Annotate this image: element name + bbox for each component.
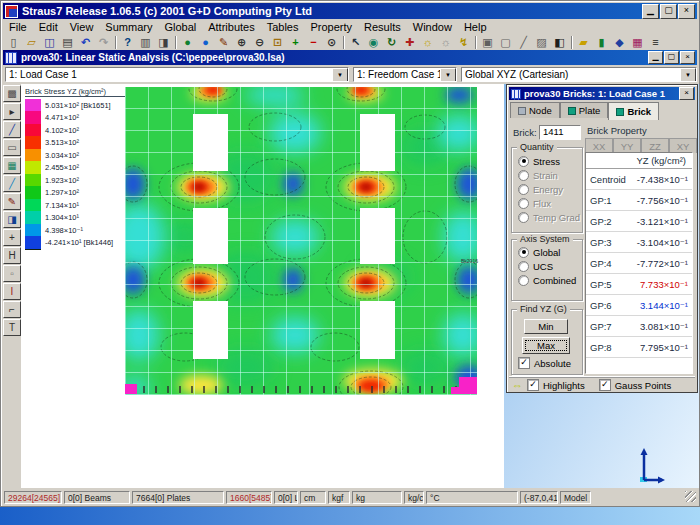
menu-item[interactable]: Results bbox=[358, 21, 407, 33]
absolute-checkbox-row[interactable]: ✓ Absolute bbox=[512, 356, 571, 370]
plate-view-tool[interactable]: ◨ bbox=[3, 211, 21, 228]
panel-close-button[interactable]: × bbox=[679, 87, 694, 100]
line-select-button[interactable]: ╱ bbox=[515, 35, 532, 50]
undo-button[interactable]: ↶ bbox=[77, 35, 94, 50]
magnifier-button[interactable]: ⊙ bbox=[323, 35, 340, 50]
menu-item[interactable]: Edit bbox=[33, 21, 64, 33]
axis-option[interactable]: Global bbox=[512, 245, 582, 259]
load-case-combobox[interactable]: 1: Load Case 1 ▼ bbox=[5, 67, 349, 82]
highlights-checkbox[interactable]: ✓ bbox=[527, 379, 539, 391]
grid-select-tool[interactable]: ▩ bbox=[3, 85, 21, 102]
section-tool[interactable]: T bbox=[3, 319, 21, 336]
chart-button[interactable]: ▦ bbox=[629, 35, 646, 50]
bulb-off-button[interactable]: ☼ bbox=[437, 35, 454, 50]
solve-button[interactable]: ● bbox=[179, 35, 196, 50]
brush-tool[interactable]: ✎ bbox=[3, 193, 21, 210]
zoom-in-button[interactable]: ⊕ bbox=[233, 35, 250, 50]
menu-item[interactable]: Tables bbox=[261, 21, 305, 33]
ibeam-tool[interactable]: I bbox=[3, 283, 21, 300]
polygon-select-button[interactable]: ▢ bbox=[497, 35, 514, 50]
help-button[interactable]: ? bbox=[119, 35, 136, 50]
print-button[interactable]: ▤ bbox=[59, 35, 76, 50]
menu-item[interactable]: Summary bbox=[99, 21, 158, 33]
refresh-button[interactable]: ↻ bbox=[383, 35, 400, 50]
globe-button[interactable]: ◉ bbox=[365, 35, 382, 50]
main-title-bar[interactable]: Straus7 Release 1.06.5 (c) 2001 G+D Comp… bbox=[3, 3, 697, 19]
separator[interactable] bbox=[569, 35, 574, 50]
animate-arrows-icon[interactable]: ⇔ bbox=[512, 380, 523, 391]
entity-tab[interactable]: Plate bbox=[560, 102, 609, 118]
separator[interactable] bbox=[113, 35, 118, 50]
brick-number-input[interactable]: 1411 bbox=[539, 125, 581, 140]
corner-tool[interactable]: ⌐ bbox=[3, 301, 21, 318]
marquee-select-button[interactable]: ▣ bbox=[479, 35, 496, 50]
bulb-on-button[interactable]: ☼ bbox=[419, 35, 436, 50]
separator[interactable] bbox=[473, 35, 478, 50]
zoom-box-button[interactable]: ⊡ bbox=[269, 35, 286, 50]
gauss-points-checkbox[interactable]: ✓ bbox=[599, 379, 611, 391]
close-button[interactable]: × bbox=[678, 4, 695, 19]
open-button[interactable]: ▱ bbox=[23, 35, 40, 50]
zoom-out-button[interactable]: ⊖ bbox=[251, 35, 268, 50]
chevron-down-icon[interactable]: ▼ bbox=[332, 68, 348, 82]
beam-tool[interactable]: ╱ bbox=[3, 175, 21, 192]
pointer-tool[interactable]: ▸ bbox=[3, 103, 21, 120]
quantity-option[interactable]: Stress bbox=[512, 154, 582, 168]
panel-title-bar[interactable]: prova30 Bricks: 1: Load Case 1 × bbox=[509, 87, 695, 100]
entity-tab[interactable]: Node bbox=[510, 102, 560, 118]
results-button[interactable]: ● bbox=[197, 35, 214, 50]
chevron-down-icon[interactable]: ▼ bbox=[440, 68, 456, 82]
h-frame-tool[interactable]: H bbox=[3, 247, 21, 264]
find-max-button[interactable]: Max bbox=[522, 337, 570, 354]
list-button[interactable]: ≡ bbox=[647, 35, 664, 50]
folder-button[interactable]: ▰ bbox=[575, 35, 592, 50]
doc-restore-button[interactable]: ▢ bbox=[664, 51, 679, 64]
find-min-button[interactable]: Min bbox=[524, 319, 568, 334]
menu-item[interactable]: View bbox=[64, 21, 100, 33]
doc-close-button[interactable]: × bbox=[680, 51, 695, 64]
report-button[interactable]: ▥ bbox=[137, 35, 154, 50]
model-canvas[interactable]: Brick Stress YZ (kg/cm²) 5.031×10² [Bk16… bbox=[21, 84, 504, 488]
pin-button[interactable]: ✚ bbox=[401, 35, 418, 50]
scale-down-button[interactable]: − bbox=[305, 35, 322, 50]
separator[interactable] bbox=[341, 35, 346, 50]
preview-button[interactable]: ◨ bbox=[155, 35, 172, 50]
redo-button[interactable]: ↷ bbox=[95, 35, 112, 50]
maximize-button[interactable]: ▢ bbox=[660, 4, 677, 19]
entity-tab[interactable]: Brick bbox=[608, 102, 659, 120]
menu-item[interactable]: Window bbox=[407, 21, 458, 33]
scale-up-button[interactable]: + bbox=[287, 35, 304, 50]
menu-item[interactable]: Attributes bbox=[202, 21, 260, 33]
flash-button[interactable]: ↯ bbox=[455, 35, 472, 50]
region-select-button[interactable]: ▨ bbox=[533, 35, 550, 50]
battery-button[interactable]: ▮ bbox=[593, 35, 610, 50]
table-row: GP:7 3.081×10⁻¹ bbox=[586, 316, 692, 337]
dotted-select-tool[interactable]: ▫ bbox=[3, 265, 21, 282]
add-node-tool[interactable]: + bbox=[3, 229, 21, 246]
save-button[interactable]: ◫ bbox=[41, 35, 58, 50]
new-button[interactable]: ▯ bbox=[5, 35, 22, 50]
menu-item[interactable]: Property bbox=[304, 21, 358, 33]
line-tool[interactable]: ╱ bbox=[3, 121, 21, 138]
resize-grip[interactable] bbox=[685, 491, 696, 502]
model-viewport[interactable]: Bk2916 bbox=[125, 87, 477, 395]
edit-pencil-button[interactable]: ✎ bbox=[215, 35, 232, 50]
select-pointer-button[interactable]: ↖ bbox=[347, 35, 364, 50]
quantity-group: Quantity Stress Strain bbox=[511, 147, 583, 233]
axis-option[interactable]: UCS bbox=[512, 259, 582, 273]
contrast-button[interactable]: ◧ bbox=[551, 35, 568, 50]
doc-minimize-button[interactable]: ▁ bbox=[648, 51, 663, 64]
rect-tool[interactable]: ▭ bbox=[3, 139, 21, 156]
chevron-down-icon[interactable]: ▼ bbox=[680, 68, 696, 82]
separator[interactable] bbox=[173, 35, 178, 50]
menu-item[interactable]: Global bbox=[158, 21, 202, 33]
document-title-bar[interactable]: prova30: Linear Static Analysis (C:\pepp… bbox=[3, 50, 697, 65]
menu-item[interactable]: File bbox=[3, 21, 33, 33]
entity-button[interactable]: ◆ bbox=[611, 35, 628, 50]
coord-system-combobox[interactable]: Global XYZ (Cartesian) ▼ bbox=[461, 67, 697, 82]
freedom-case-combobox[interactable]: 1: Freedom Case 1 ▼ bbox=[353, 67, 457, 82]
minimize-button[interactable]: ▁ bbox=[642, 4, 659, 19]
menu-item[interactable]: Help bbox=[458, 21, 493, 33]
axis-option[interactable]: Combined bbox=[512, 273, 582, 287]
brick-mesh-tool[interactable]: ▦ bbox=[3, 157, 21, 174]
